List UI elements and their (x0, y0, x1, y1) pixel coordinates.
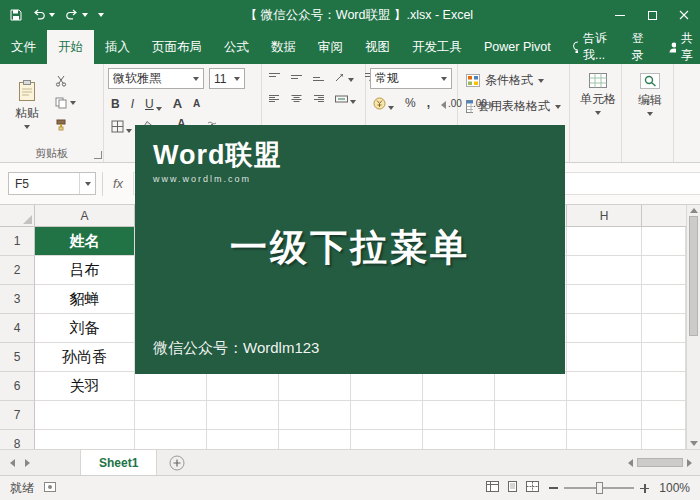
align-top-button[interactable] (266, 71, 283, 83)
tab-view[interactable]: 视图 (354, 30, 401, 64)
column-header-H[interactable]: H (567, 205, 642, 226)
number-format-combo[interactable]: 常规 (370, 68, 452, 89)
cell-C6[interactable] (207, 372, 279, 401)
horizontal-scrollbar[interactable] (620, 450, 700, 475)
align-right-button[interactable] (310, 93, 327, 105)
cell-filler[interactable] (642, 343, 686, 372)
orientation-button[interactable] (332, 71, 357, 83)
cell-F7[interactable] (423, 401, 495, 430)
macro-record-icon[interactable] (44, 481, 56, 495)
editing-group-button[interactable]: 编辑 (626, 67, 674, 116)
tell-me-button[interactable]: 告诉我... (562, 30, 620, 64)
cell-D7[interactable] (279, 401, 351, 430)
tab-insert[interactable]: 插入 (94, 30, 141, 64)
row-header-7[interactable]: 7 (0, 401, 35, 430)
zoom-in-button[interactable] (640, 484, 649, 493)
clipboard-dialog-launcher[interactable] (94, 151, 102, 159)
cell-filler[interactable] (642, 372, 686, 401)
select-all-corner[interactable] (0, 205, 35, 226)
row-header-3[interactable]: 3 (0, 285, 35, 314)
row-header-2[interactable]: 2 (0, 256, 35, 285)
page-break-view-icon[interactable] (526, 481, 539, 495)
column-header-A[interactable]: A (35, 205, 135, 226)
cell-F6[interactable] (423, 372, 495, 401)
cell-E8[interactable] (351, 430, 423, 449)
cell-A8[interactable] (35, 430, 135, 449)
scroll-left-icon[interactable] (628, 459, 633, 467)
cell-H3[interactable] (567, 285, 642, 314)
align-middle-button[interactable] (288, 71, 305, 83)
tab-data[interactable]: 数据 (260, 30, 307, 64)
scroll-right-icon[interactable] (687, 459, 692, 467)
tab-formulas[interactable]: 公式 (213, 30, 260, 64)
cell-H4[interactable] (567, 314, 642, 343)
page-layout-view-icon[interactable] (506, 481, 519, 495)
align-left-button[interactable] (266, 93, 283, 105)
tab-home[interactable]: 开始 (47, 30, 94, 64)
sheet-tab-sheet1[interactable]: Sheet1 (80, 450, 157, 475)
cell-F8[interactable] (423, 430, 495, 449)
conditional-formatting-button[interactable]: 条件格式 (462, 68, 565, 93)
copy-button[interactable] (53, 94, 78, 111)
cell-filler[interactable] (642, 285, 686, 314)
row-header-6[interactable]: 6 (0, 372, 35, 401)
cell-filler[interactable] (642, 430, 686, 449)
cell-G6[interactable] (495, 372, 567, 401)
cell-E7[interactable] (351, 401, 423, 430)
italic-button[interactable]: I (128, 96, 137, 112)
row-header-4[interactable]: 4 (0, 314, 35, 343)
row-header-5[interactable]: 5 (0, 343, 35, 372)
cell-A3[interactable]: 貂蝉 (35, 285, 135, 314)
sheet-nav-left-icon[interactable] (10, 459, 15, 467)
format-painter-button[interactable] (53, 116, 78, 133)
undo-button[interactable] (32, 9, 55, 21)
cell-filler[interactable] (642, 314, 686, 343)
cell-H1[interactable] (567, 227, 642, 256)
cell-A6[interactable]: 关羽 (35, 372, 135, 401)
cell-B6[interactable] (135, 372, 207, 401)
cell-B8[interactable] (135, 430, 207, 449)
cell-filler[interactable] (642, 401, 686, 430)
cell-G7[interactable] (495, 401, 567, 430)
add-sheet-button[interactable] (157, 450, 197, 475)
tab-developer[interactable]: 开发工具 (401, 30, 473, 64)
qat-customize-button[interactable] (98, 13, 104, 17)
maximize-button[interactable] (636, 0, 668, 30)
minimize-button[interactable] (604, 0, 636, 30)
sign-in-button[interactable]: 登录 (620, 30, 656, 64)
insert-function-button[interactable]: fx (109, 176, 127, 191)
align-bottom-button[interactable] (310, 71, 327, 83)
cell-H8[interactable] (567, 430, 642, 449)
zoom-slider-thumb[interactable] (596, 482, 603, 494)
cell-A1[interactable]: 姓名 (35, 227, 135, 256)
cells-group-button[interactable]: 单元格 (574, 67, 622, 115)
cell-H7[interactable] (567, 401, 642, 430)
align-center-button[interactable] (288, 93, 305, 105)
zoom-level[interactable]: 100% (659, 481, 690, 495)
name-box-dropdown[interactable] (79, 173, 95, 194)
tab-page-layout[interactable]: 页面布局 (141, 30, 213, 64)
accounting-format-button[interactable] (370, 96, 397, 111)
vertical-scrollbar[interactable] (686, 205, 700, 449)
cell-filler[interactable] (642, 227, 686, 256)
scroll-down-icon[interactable] (690, 441, 698, 446)
cell-D8[interactable] (279, 430, 351, 449)
redo-button[interactable] (65, 9, 88, 21)
cell-C7[interactable] (207, 401, 279, 430)
zoom-out-button[interactable] (549, 487, 558, 489)
cell-E6[interactable] (351, 372, 423, 401)
cell-filler[interactable] (642, 256, 686, 285)
row-header-8[interactable]: 8 (0, 430, 35, 449)
tab-file[interactable]: 文件 (0, 30, 47, 64)
cell-A7[interactable] (35, 401, 135, 430)
grow-font-button[interactable]: A (170, 95, 185, 112)
cell-D6[interactable] (279, 372, 351, 401)
underline-button[interactable]: U (142, 96, 165, 112)
shrink-font-button[interactable]: A (190, 97, 203, 110)
close-button[interactable] (668, 0, 700, 30)
cell-H5[interactable] (567, 343, 642, 372)
row-header-1[interactable]: 1 (0, 227, 35, 256)
save-button[interactable] (10, 9, 22, 21)
merge-center-button[interactable] (332, 93, 359, 105)
cell-H2[interactable] (567, 256, 642, 285)
